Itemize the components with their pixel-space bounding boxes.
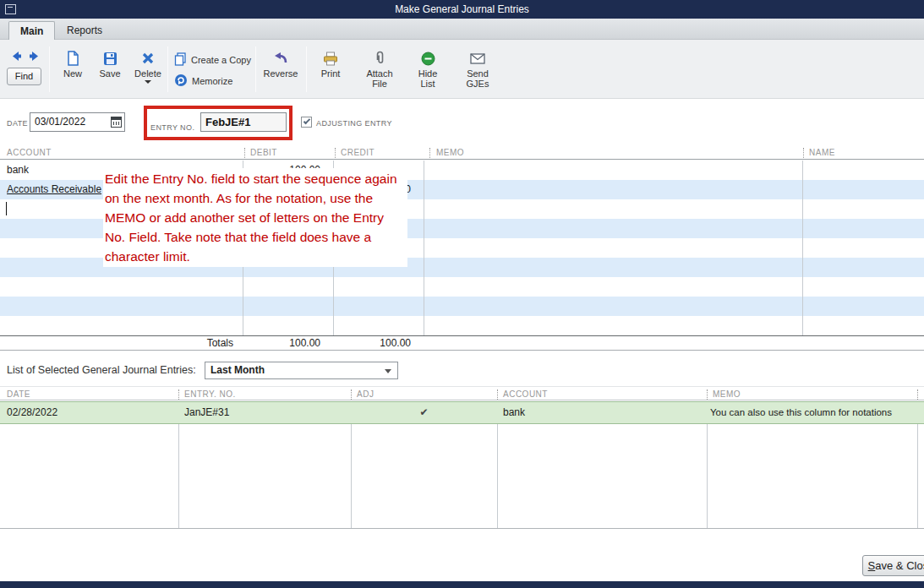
list-section-label: List of Selected General Journal Entries… [7, 364, 196, 376]
journal-row[interactable] [0, 297, 924, 316]
column-separator-icon [917, 389, 918, 400]
memo-cell[interactable]: You can also use this column for notatio… [710, 402, 916, 423]
column-line [424, 161, 424, 335]
hide-list-minus-icon [413, 50, 443, 67]
memorize-circle-icon [174, 72, 188, 89]
back-arrow-icon[interactable] [10, 50, 23, 63]
checkmark-icon [303, 117, 310, 124]
save-button-toolbar[interactable]: Save [95, 50, 125, 79]
reverse-button[interactable]: Reverse [262, 50, 299, 79]
save-button-label: Save [95, 68, 125, 79]
col-header-credit[interactable]: CREDIT [341, 148, 375, 157]
window-title: Make General Journal Entries [0, 3, 924, 15]
annotation-note: Edit the Entry No. field to start the se… [103, 168, 407, 267]
toolbar-separator [306, 46, 307, 92]
totals-label: Totals [152, 336, 240, 351]
save-close-button[interactable]: Save & Close [862, 555, 924, 576]
totals-credit: 100.00 [333, 336, 418, 351]
memorize-label: Memorize [192, 76, 232, 86]
date-label: DATE [7, 119, 28, 128]
adjusting-entry-label: ADJUSTING ENTRY [316, 119, 392, 128]
col-header-account2[interactable]: ACCOUNT [503, 389, 548, 399]
new-button-label: New [57, 68, 88, 79]
copy-document-icon [174, 51, 187, 68]
create-copy-label: Create a Copy [191, 55, 251, 65]
toolbar-separator [255, 46, 256, 92]
column-separator-icon [429, 148, 430, 158]
column-separator-icon [178, 389, 179, 400]
window-bottom-bar [0, 581, 924, 588]
column-separator-icon [707, 389, 708, 400]
col-header-name[interactable]: NAME [809, 148, 835, 157]
col-header-entry-no[interactable]: ENTRY. NO. [184, 389, 236, 399]
create-copy-button[interactable]: Create a Copy [174, 51, 251, 69]
toolbar-separator [49, 46, 50, 92]
date-value: 03/01/2022 [35, 116, 85, 128]
entry-no-cell[interactable]: JanJE#31 [184, 402, 345, 423]
hide-list-label: Hide List [413, 68, 443, 89]
col-header-memo2[interactable]: MEMO [713, 389, 741, 399]
tab-main[interactable]: Main [8, 21, 55, 41]
printer-icon [315, 50, 346, 67]
hide-list-button[interactable]: Hide List [413, 50, 443, 89]
envelope-icon [460, 50, 495, 67]
col-header-account[interactable]: ACCOUNT [7, 148, 52, 157]
send-gjes-button[interactable]: Send GJEs [460, 50, 495, 89]
delete-x-icon [131, 50, 165, 67]
delete-button[interactable]: Delete [131, 50, 165, 84]
delete-dropdown-caret-icon[interactable] [145, 80, 151, 84]
period-filter-value: Last Month [210, 362, 265, 378]
new-button[interactable]: New [57, 50, 88, 79]
journal-row[interactable] [0, 277, 924, 297]
tab-reports[interactable]: Reports [56, 21, 113, 41]
journal-row[interactable] [0, 316, 924, 335]
entry-no-input[interactable]: FebJE#1 [200, 112, 287, 132]
toolbar-separator [167, 46, 168, 92]
column-separator-icon [335, 148, 336, 158]
col-header-debit[interactable]: DEBIT [250, 148, 277, 157]
col-header-memo[interactable]: MEMO [436, 148, 464, 157]
column-separator-icon [497, 389, 498, 400]
column-separator-icon [803, 148, 804, 158]
find-button[interactable]: Find [7, 68, 41, 85]
find-history-arrows[interactable] [10, 50, 41, 63]
period-filter-dropdown[interactable]: Last Month [205, 362, 398, 379]
chevron-down-icon[interactable] [385, 369, 391, 373]
totals-debit: 100.00 [243, 336, 327, 351]
adj-check-cell[interactable]: ✔ [351, 402, 497, 423]
adjusting-entry-checkbox[interactable] [301, 117, 312, 128]
calendar-icon[interactable] [111, 117, 122, 128]
forward-arrow-icon[interactable] [28, 50, 41, 63]
save-close-label: Save & Close [863, 556, 924, 572]
print-button[interactable]: Print [315, 50, 346, 79]
new-document-icon [57, 50, 88, 67]
reverse-arrow-icon [262, 50, 299, 67]
selected-journal-entry-row[interactable]: 02/28/2022 JanJE#31 ✔ bank You can also … [0, 401, 924, 424]
print-button-label: Print [315, 68, 346, 79]
entry-no-value: FebJE#1 [205, 116, 250, 128]
entry-no-label: ENTRY NO. [150, 123, 194, 132]
memorize-button[interactable]: Memorize [174, 72, 232, 90]
paperclip-icon [362, 50, 397, 67]
column-line [802, 161, 803, 335]
text-cursor [6, 202, 7, 215]
date-cell[interactable]: 02/28/2022 [7, 402, 172, 423]
title-bar: Make General Journal Entries [0, 0, 924, 19]
date-input[interactable]: 03/01/2022 [30, 112, 125, 132]
col-header-date[interactable]: DATE [7, 389, 30, 399]
delete-button-label: Delete [131, 68, 165, 79]
make-general-journal-entries-window: Make General Journal Entries Main Report… [0, 0, 924, 588]
list-table-header: DATE ENTRY. NO. ADJ ACCOUNT MEMO [0, 386, 924, 400]
column-separator-icon [244, 148, 245, 158]
totals-row: Totals 100.00 100.00 [0, 335, 924, 351]
ribbon-tab-bar: Main Reports [0, 19, 924, 40]
attach-file-button[interactable]: Attach File [362, 50, 397, 89]
save-floppy-icon [95, 50, 125, 67]
main-toolbar: Find New Save Delete Creat [0, 40, 924, 99]
list-table-bottom-border [0, 528, 924, 529]
col-header-adj[interactable]: ADJ [357, 389, 374, 399]
reverse-button-label: Reverse [262, 68, 299, 79]
send-gjes-label: Send GJEs [460, 68, 495, 89]
account-cell[interactable]: bank [503, 402, 702, 423]
column-separator-icon [351, 389, 352, 400]
